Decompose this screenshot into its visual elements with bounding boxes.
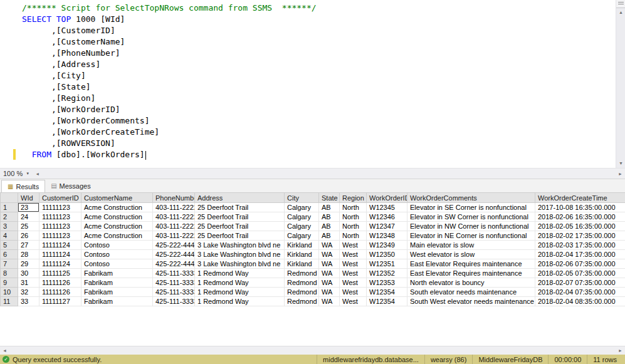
grid-cell[interactable]: W12354 [367, 288, 407, 297]
grid-cell[interactable]: 32 [18, 288, 39, 297]
grid-cell[interactable]: Redmond [285, 269, 319, 278]
tab-messages[interactable]: ▤ Messages [45, 180, 97, 192]
grid-cell[interactable]: Acme Construction [81, 203, 153, 212]
grid-cell[interactable]: 403-111-2222 [153, 203, 195, 212]
code-line[interactable]: ,[PhoneNumber] [22, 48, 614, 59]
grid-cell[interactable]: Elevator in NW Corner is nonfunctional [407, 222, 535, 231]
grid-cell[interactable]: 3 Lake Washington blvd ne [195, 250, 285, 259]
column-header-address[interactable]: Address [195, 193, 285, 203]
grid-cell[interactable]: W12346 [367, 212, 407, 222]
grid-cell[interactable]: WA [319, 288, 340, 297]
row-header[interactable]: 11 [1, 297, 18, 306]
scroll-up-arrow-icon[interactable]: ▲ [616, 8, 625, 17]
grid-cell[interactable]: Fabrikam [81, 278, 153, 288]
grid-cell[interactable]: AB [319, 231, 340, 241]
grid-cell[interactable]: Elevator in SW Corner is nonfunctional [407, 212, 535, 222]
grid-cell[interactable]: West [340, 250, 367, 259]
grid-cell[interactable]: 403-111-2222 [153, 212, 195, 222]
scroll-left-arrow-icon[interactable]: ◄ [33, 169, 42, 179]
column-header-region[interactable]: Region [340, 193, 367, 203]
row-header[interactable]: 1 [1, 203, 18, 212]
grid-cell[interactable]: Acme Construction [81, 222, 153, 231]
grid-cell[interactable]: West [340, 288, 367, 297]
scroll-down-arrow-icon[interactable]: ▼ [616, 159, 625, 168]
column-header-wid[interactable]: WId [18, 193, 39, 203]
grid-cell[interactable]: 11111123 [39, 222, 81, 231]
grid-cell[interactable]: Main elevator is slow [407, 241, 535, 250]
row-header[interactable]: 2 [1, 212, 18, 222]
column-header-city[interactable]: City [285, 193, 319, 203]
grid-cell[interactable]: 25 [18, 222, 39, 231]
column-header-workordercreatetime[interactable]: WorkOrderCreateTime [535, 193, 625, 203]
column-header-customerid[interactable]: CustomerID [39, 193, 81, 203]
grid-cell[interactable]: Kirkland [285, 241, 319, 250]
grid-cell[interactable]: 2018-02-05 07:35:00.000 [535, 269, 625, 278]
grid-corner-cell[interactable] [1, 193, 18, 203]
code-line[interactable]: ,[City] [22, 70, 614, 81]
grid-cell[interactable]: 425-111-3333 [153, 278, 195, 288]
grid-cell[interactable]: West [340, 278, 367, 288]
grid-cell[interactable]: W12354 [367, 297, 407, 306]
grid-cell[interactable]: 2018-02-03 17:35:00.000 [535, 241, 625, 250]
code-line[interactable]: ,[Region] [22, 93, 614, 104]
scroll-left-arrow-icon[interactable]: ◄ [0, 346, 9, 355]
code-line[interactable]: ,[State] [22, 81, 614, 93]
code-line[interactable]: ,[Address] [22, 59, 614, 70]
grid-cell[interactable]: 2018-02-06 07:35:00.000 [535, 259, 625, 269]
grid-cell[interactable]: WA [319, 278, 340, 288]
code-lines[interactable]: /****** Script for SelectTopNRows comman… [22, 3, 614, 160]
grid-cell[interactable]: WA [319, 241, 340, 250]
zoom-level-select[interactable]: 100 % ▼ [0, 169, 33, 179]
grid-cell[interactable]: WA [319, 269, 340, 278]
code-line[interactable]: ,[CustomerID] [22, 25, 614, 36]
grid-cell[interactable]: Calgary [285, 212, 319, 222]
grid-cell[interactable]: Acme Construction [81, 231, 153, 241]
grid-cell[interactable]: 1 Redmond Way [195, 297, 285, 306]
row-header[interactable]: 7 [1, 259, 18, 269]
grid-cell[interactable]: 1 Redmond Way [195, 269, 285, 278]
grid-cell[interactable]: Redmond [285, 288, 319, 297]
grid-cell[interactable]: North [340, 212, 367, 222]
grid-cell[interactable]: West elevator is slow [407, 250, 535, 259]
grid-cell[interactable]: Kirkland [285, 259, 319, 269]
grid-cell[interactable]: Kirkland [285, 250, 319, 259]
grid-cell[interactable]: West [340, 269, 367, 278]
grid-cell[interactable]: West [340, 297, 367, 306]
grid-cell[interactable]: 425-111-3333 [153, 288, 195, 297]
grid-cell[interactable]: 26 [18, 231, 39, 241]
grid-cell[interactable]: 2018-02-06 16:35:00.000 [535, 212, 625, 222]
grid-cell[interactable]: Fabrikam [81, 297, 153, 306]
grid-cell[interactable]: Elevator in NE Corner is nonfunctional [407, 231, 535, 241]
grid-cell[interactable]: 29 [18, 259, 39, 269]
grid-cell[interactable]: AB [319, 203, 340, 212]
grid-cell[interactable]: 425-222-4444 [153, 250, 195, 259]
grid-cell[interactable]: W12351 [367, 259, 407, 269]
grid-cell[interactable]: 3 Lake Washington blvd ne [195, 259, 285, 269]
grid-cell[interactable]: 425-111-3333 [153, 269, 195, 278]
grid-cell[interactable]: 2018-02-07 07:35:00.000 [535, 278, 625, 288]
grid-cell[interactable]: East Elevator Requires maintenance [407, 269, 535, 278]
grid-cell[interactable]: Contoso [81, 259, 153, 269]
grid-cell[interactable]: 425-111-3333 [153, 297, 195, 306]
grid-cell[interactable]: 3 Lake Washington blvd ne [195, 241, 285, 250]
results-horizontal-scrollbar[interactable]: ◄ ► [0, 346, 625, 355]
grid-cell[interactable]: 11111123 [39, 212, 81, 222]
column-header-state[interactable]: State [319, 193, 340, 203]
grid-cell[interactable]: 1 Redmond Way [195, 288, 285, 297]
column-header-customername[interactable]: CustomerName [81, 193, 153, 203]
grid-cell[interactable]: WA [319, 259, 340, 269]
row-header[interactable]: 3 [1, 222, 18, 231]
grid-cell[interactable]: W12347 [367, 222, 407, 231]
code-line[interactable]: ,[WorkOrderCreateTime] [22, 127, 614, 138]
scroll-right-arrow-icon[interactable]: ► [616, 346, 625, 355]
grid-cell[interactable]: W12345 [367, 203, 407, 212]
grid-cell[interactable]: 2018-02-04 17:35:00.000 [535, 250, 625, 259]
grid-cell[interactable]: 11111127 [39, 297, 81, 306]
grid-cell[interactable]: East Elevator Requires maintenance [407, 259, 535, 269]
grid-cell[interactable]: W12350 [367, 250, 407, 259]
grid-cell[interactable]: Fabrikam [81, 288, 153, 297]
scroll-right-arrow-icon[interactable]: ► [616, 169, 625, 179]
grid-cell[interactable]: 11111124 [39, 259, 81, 269]
column-header-workorderid[interactable]: WorkOrderID [367, 193, 407, 203]
row-header[interactable]: 4 [1, 231, 18, 241]
